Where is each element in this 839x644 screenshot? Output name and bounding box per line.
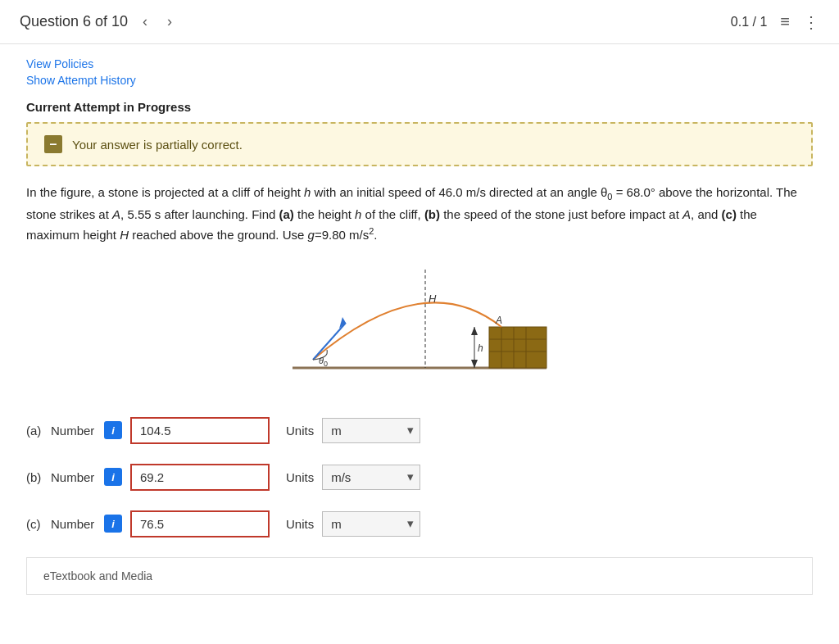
units-label-a: Units [286,424,314,438]
partial-correct-banner: – Your answer is partially correct. [26,122,813,166]
list-icon[interactable]: ≡ [780,12,790,31]
partial-icon: – [44,135,62,153]
answer-row-b: (b) Number i Units m/s cm/s km/h ft/s [26,464,813,491]
part-label-b: (b) [26,470,43,484]
units-select-wrapper-b: m/s cm/s km/h ft/s [322,465,420,490]
header: Question 6 of 10 ‹ › 0.1 / 1 ≡ ⋮ [0,0,839,44]
units-select-wrapper-c: m cm km ft [322,511,420,537]
score-label: 0.1 / 1 [731,15,767,29]
units-select-a[interactable]: m cm km ft [322,418,420,443]
svg-text:H: H [429,293,437,305]
view-policies-link[interactable]: View Policies [26,57,813,70]
svg-text:0: 0 [324,360,328,368]
number-input-a[interactable] [130,417,270,444]
partial-text: Your answer is partially correct. [72,138,243,152]
svg-line-7 [313,323,346,360]
number-input-b[interactable] [130,464,270,491]
number-input-c[interactable] [130,510,270,537]
number-label-b: Number [51,470,96,484]
header-left: Question 6 of 10 ‹ › [20,10,177,34]
physics-diagram: θ 0 H h A [268,261,571,392]
header-right: 0.1 / 1 ≡ ⋮ [731,12,819,32]
units-label-b: Units [286,470,314,484]
info-button-b[interactable]: i [104,468,122,486]
svg-text:h: h [478,342,483,354]
number-label-a: Number [51,424,96,438]
info-button-c[interactable]: i [104,515,122,533]
show-attempt-history-link[interactable]: Show Attempt History [26,74,813,87]
current-attempt-label: Current Attempt in Progress [26,100,813,114]
problem-text: In the figure, a stone is projected at a… [26,183,813,245]
units-select-wrapper-a: m cm km ft [322,418,420,443]
units-select-c[interactable]: m cm km ft [322,511,420,537]
main-content: View Policies Show Attempt History Curre… [0,44,839,615]
svg-marker-14 [471,327,478,335]
number-label-c: Number [51,517,96,531]
bottom-section-label: eTextbook and Media [43,569,152,583]
question-label: Question 6 of 10 [20,13,128,30]
answer-row-a: (a) Number i Units m cm km ft [26,417,813,444]
part-label-a: (a) [26,424,43,438]
svg-rect-1 [489,327,546,368]
prev-nav-button[interactable]: ‹ [138,10,152,34]
svg-text:A: A [495,315,502,326]
answer-row-c: (c) Number i Units m cm km ft [26,510,813,537]
info-button-a[interactable]: i [104,421,122,439]
units-select-b[interactable]: m/s cm/s km/h ft/s [322,465,420,490]
diagram-container: θ 0 H h A [26,261,813,392]
bottom-section: eTextbook and Media [26,557,813,595]
part-label-c: (c) [26,517,43,531]
more-options-icon[interactable]: ⋮ [803,12,819,32]
next-nav-button[interactable]: › [162,10,177,34]
units-label-c: Units [286,517,314,531]
